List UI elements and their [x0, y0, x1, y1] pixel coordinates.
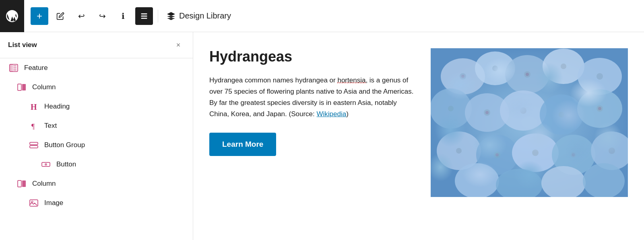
svg-point-23 — [505, 55, 549, 94]
redo-icon: ↪ — [99, 11, 106, 21]
svg-point-15 — [45, 163, 47, 166]
feature-label: Feature — [24, 64, 48, 72]
image-icon — [28, 197, 39, 209]
main-layout: List view × Feature — [0, 32, 644, 240]
svg-point-24 — [543, 49, 584, 84]
column-icon — [16, 82, 27, 93]
svg-rect-12 — [30, 142, 38, 145]
button-icon — [40, 159, 52, 170]
sidebar: List view × Feature — [0, 32, 193, 240]
svg-point-53 — [571, 152, 576, 158]
feature-icon — [8, 62, 19, 74]
hortensia-text: hortensia — [337, 76, 365, 84]
list-item[interactable]: Button — [0, 155, 193, 174]
sidebar-header: List view × — [0, 32, 193, 58]
wp-logo[interactable] — [0, 0, 24, 32]
svg-rect-13 — [30, 146, 38, 148]
svg-rect-2 — [141, 18, 147, 18]
close-sidebar-button[interactable]: × — [172, 39, 185, 51]
column-label: Column — [32, 83, 56, 91]
svg-point-30 — [577, 89, 622, 128]
design-library-label: Design Library — [166, 11, 231, 21]
column-icon — [16, 178, 27, 189]
svg-point-57 — [485, 111, 489, 114]
svg-point-43 — [561, 64, 566, 69]
list-item[interactable]: H Heading — [0, 97, 193, 116]
toolbar-divider — [158, 10, 158, 23]
design-library-text: Design Library — [179, 11, 231, 21]
content-area: Hydrangeas Hydrangea common names hydran… — [193, 32, 644, 240]
svg-point-44 — [597, 73, 603, 80]
svg-point-32 — [476, 135, 518, 175]
content-heading: Hydrangeas — [209, 48, 415, 65]
svg-point-49 — [597, 105, 603, 112]
svg-point-21 — [441, 58, 485, 94]
svg-point-34 — [552, 135, 595, 175]
svg-point-46 — [484, 109, 490, 116]
svg-point-52 — [532, 150, 539, 156]
svg-point-47 — [520, 107, 526, 114]
hydrangea-svg — [431, 48, 628, 197]
svg-rect-8 — [18, 84, 21, 90]
svg-point-48 — [559, 112, 564, 117]
svg-point-45 — [448, 106, 454, 111]
button-label: Button — [56, 160, 76, 168]
svg-point-33 — [512, 133, 559, 172]
sidebar-title: List view — [8, 41, 37, 49]
undo-icon: ↩ — [78, 11, 85, 21]
svg-point-29 — [540, 94, 583, 135]
svg-point-42 — [524, 71, 530, 78]
svg-rect-20 — [431, 48, 628, 197]
content-text: Hydrangeas Hydrangea common names hydran… — [209, 48, 415, 224]
list-item[interactable]: Column — [0, 174, 193, 193]
button-group-label: Button Group — [44, 141, 85, 149]
svg-rect-4 — [10, 64, 13, 72]
list-item[interactable]: Image — [0, 193, 193, 213]
undo-button[interactable]: ↩ — [72, 7, 90, 25]
studiopress-icon — [166, 11, 176, 21]
add-block-button[interactable]: + — [31, 7, 48, 25]
wikipedia-link[interactable]: Wikipedia — [317, 110, 347, 118]
svg-point-27 — [465, 93, 509, 132]
column-label-2: Column — [32, 180, 56, 188]
list-view-icon — [140, 12, 148, 20]
svg-point-35 — [591, 131, 628, 170]
svg-point-39 — [583, 163, 625, 197]
svg-point-56 — [526, 73, 529, 76]
list-item[interactable]: Feature — [0, 58, 193, 78]
content-paragraph: Hydrangea common names hydrangea or hort… — [209, 75, 415, 120]
svg-point-25 — [578, 58, 622, 95]
tools-button[interactable] — [52, 7, 69, 25]
svg-point-31 — [437, 131, 481, 170]
svg-point-22 — [475, 51, 515, 85]
info-icon: ℹ — [122, 11, 125, 21]
svg-point-37 — [496, 169, 543, 197]
list-item[interactable]: Button Group — [0, 135, 193, 155]
svg-point-28 — [500, 90, 547, 131]
svg-point-36 — [455, 163, 499, 197]
svg-point-54 — [609, 148, 615, 154]
svg-point-40 — [460, 73, 466, 80]
content-image — [431, 48, 628, 224]
learn-more-button[interactable]: Learn More — [209, 133, 276, 156]
svg-rect-1 — [141, 15, 147, 16]
svg-point-26 — [431, 88, 472, 129]
list-item[interactable]: Column — [0, 78, 193, 97]
image-label: Image — [44, 199, 63, 207]
svg-rect-16 — [18, 181, 21, 187]
svg-point-51 — [494, 152, 500, 158]
svg-point-41 — [492, 66, 498, 71]
svg-point-38 — [541, 166, 586, 197]
redo-button[interactable]: ↪ — [93, 7, 111, 25]
svg-point-55 — [461, 75, 464, 78]
list-view-button[interactable] — [135, 7, 153, 25]
svg-text:¶: ¶ — [31, 123, 35, 131]
svg-point-50 — [456, 148, 462, 154]
svg-point-60 — [572, 153, 575, 156]
svg-rect-17 — [22, 181, 26, 187]
info-button[interactable]: ℹ — [114, 7, 132, 25]
toolbar: + ↩ ↪ ℹ Design Library — [0, 0, 644, 32]
list-item[interactable]: ¶ Text — [0, 116, 193, 135]
svg-point-58 — [598, 107, 601, 110]
hydrangea-photo — [431, 48, 628, 197]
